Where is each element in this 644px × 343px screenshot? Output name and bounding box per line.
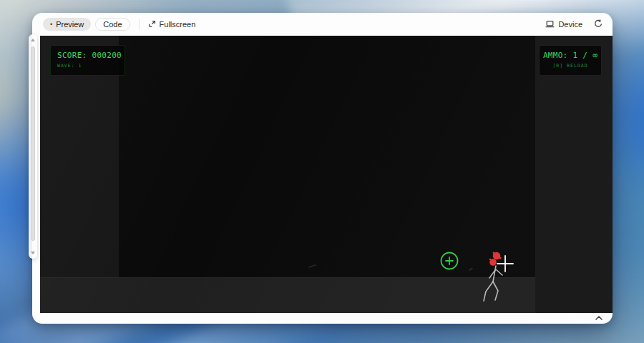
fullscreen-button[interactable]: Fullscreen [148, 20, 196, 29]
fullscreen-icon [148, 20, 156, 29]
device-button[interactable]: Device [545, 20, 582, 29]
device-icon [545, 20, 555, 29]
tab-code[interactable]: Code [95, 18, 130, 31]
left-scrollbar[interactable] [29, 34, 37, 259]
preview-toolbar: • Preview Code Fullscreen [32, 13, 613, 36]
refresh-button[interactable] [594, 19, 602, 29]
tab-preview[interactable]: • Preview [43, 18, 91, 31]
wave-text: WAVE: 1 [57, 63, 118, 69]
tab-code-label: Code [103, 20, 122, 29]
preview-window: • Preview Code Fullscreen [32, 13, 613, 324]
stick-body [484, 266, 502, 301]
score-hud: SCORE: 000200 WAVE: 1 [50, 45, 125, 76]
preview-dot-icon: • [50, 21, 52, 28]
toolbar-divider [139, 19, 140, 29]
fullscreen-label: Fullscreen [160, 20, 196, 29]
device-label: Device [558, 20, 582, 29]
game-ground [40, 277, 535, 313]
reload-hint-text: [R] RELOAD [540, 63, 601, 69]
dropped-gun [308, 262, 321, 269]
scroll-down-icon[interactable] [31, 252, 35, 254]
scroll-up-icon[interactable] [31, 39, 35, 41]
tab-preview-label: Preview [56, 20, 84, 29]
refresh-icon [594, 19, 602, 29]
scrollbar-thumb[interactable] [31, 46, 35, 241]
enemy-stick-figure[interactable] [477, 247, 562, 313]
ammo-text: AMMO: 1 / ∞ [540, 51, 601, 60]
expand-panel-button[interactable] [593, 314, 605, 322]
score-text: SCORE: 000200 [57, 51, 118, 60]
chevron-up-icon [595, 316, 602, 320]
ammo-hud: AMMO: 1 / ∞ [R] RELOAD [539, 45, 602, 76]
game-viewport[interactable]: SCORE: 000200 WAVE: 1 AMMO: 1 / ∞ [R] RE… [40, 36, 613, 313]
game-canvas[interactable] [119, 36, 535, 277]
pickup-plus-circle-icon[interactable] [439, 251, 459, 271]
